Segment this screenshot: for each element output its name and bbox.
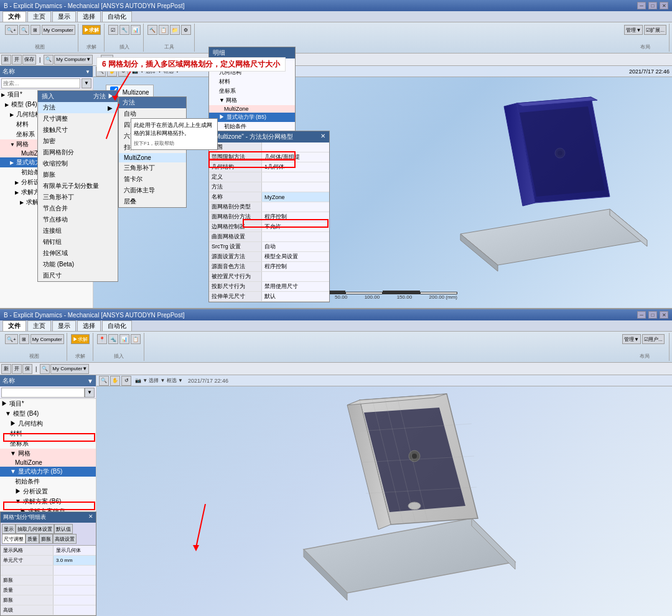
btn-user-mode[interactable]: ☑扩展...: [644, 25, 666, 35]
mz-tree-coord[interactable]: 坐标系: [209, 86, 295, 96]
toolbar-btn-open[interactable]: 开: [12, 55, 22, 65]
menu-item-inflate[interactable]: 膨胀: [38, 169, 118, 180]
b-toolbar-open[interactable]: 开: [12, 364, 22, 374]
b-tree-sol[interactable]: ▼ 求解方案 (B6): [0, 497, 96, 506]
menu-item-subdiv[interactable]: 有限单元子划分数量: [38, 180, 118, 192]
menu-item-contact[interactable]: 接触尺寸: [38, 124, 118, 136]
b-toolbar-search[interactable]: 🔍: [40, 364, 50, 374]
b-tree-coord[interactable]: 坐标系: [0, 439, 96, 449]
btn-tools-3[interactable]: 📁: [170, 25, 180, 35]
toolbar-search[interactable]: 🔍: [44, 55, 54, 65]
btab-display[interactable]: 显示: [52, 320, 76, 331]
bvp-pan[interactable]: ✋: [110, 376, 120, 386]
mesh-tab-advanced[interactable]: 高级设置: [53, 534, 77, 544]
btn-tools-2[interactable]: 📋: [159, 25, 169, 35]
btn-result[interactable]: 📊: [131, 25, 141, 35]
btn-my-computer[interactable]: My Computer: [42, 25, 75, 35]
b-toolbar-new[interactable]: 新: [1, 364, 11, 374]
bottom-maximize[interactable]: □: [648, 311, 657, 319]
b-tree-mat[interactable]: 材料: [0, 429, 96, 439]
bvp-rotate[interactable]: ↺: [121, 376, 131, 386]
b-tree-mesh[interactable]: ▼ 网格: [0, 449, 96, 459]
mz-tree-mz[interactable]: MultiZone: [209, 105, 295, 113]
btn-zoom-in[interactable]: 🔍+: [5, 25, 18, 35]
tab-display-top[interactable]: 显示: [52, 11, 76, 22]
btn-fit[interactable]: ⊞: [30, 25, 40, 35]
menu-item-method[interactable]: 方法▶: [38, 102, 118, 113]
b-toolbar-comp[interactable]: My Computer▼: [50, 364, 89, 374]
b-btn-user[interactable]: ☑用户...: [642, 334, 665, 344]
toolbar-btn-save[interactable]: 保存: [22, 55, 36, 65]
b-btn-fit[interactable]: ⊞: [19, 334, 29, 344]
b-btn-zoom[interactable]: 🔍+: [5, 334, 18, 344]
btn-admin[interactable]: 管理▼: [624, 25, 643, 35]
btn-zoom-out[interactable]: 🔍: [19, 25, 29, 35]
btn-solve[interactable]: ▶求解: [82, 25, 101, 35]
b-tree-geo[interactable]: ▶ 几何结构: [0, 419, 96, 429]
b-btn-insert3[interactable]: 📊: [119, 334, 129, 344]
menu-item-size[interactable]: 尺寸调整: [38, 113, 118, 124]
menu-item-node-move[interactable]: 节点移动: [38, 214, 118, 225]
tab-file-top[interactable]: 文件: [2, 11, 26, 22]
menu-item-face[interactable]: 面网格剖分: [38, 147, 118, 158]
mesh-tab-display[interactable]: 显示: [2, 524, 16, 534]
b-btn-insert4[interactable]: 📋: [131, 334, 141, 344]
menu-item-node-merge[interactable]: 节点合并: [38, 203, 118, 214]
tab-home-top[interactable]: 主页: [27, 11, 51, 22]
menu-item-conn-group[interactable]: 连接组: [38, 225, 118, 236]
btn-probe[interactable]: 🔧: [119, 25, 129, 35]
b-tree-explicit[interactable]: ▼ 显式动力学 (B5): [0, 467, 96, 477]
menu-item-pin[interactable]: 销钉组: [38, 236, 118, 248]
menu-item-patch[interactable]: 三角形补丁: [38, 192, 118, 203]
maximize-btn[interactable]: □: [648, 2, 657, 9]
b-search-btn[interactable]: ▼: [85, 388, 95, 398]
b-btn-admin[interactable]: 管理▼: [622, 334, 641, 344]
btn-tools-1[interactable]: 🔨: [147, 25, 157, 35]
btab-home[interactable]: 主页: [27, 320, 51, 331]
btab-auto[interactable]: 自动化: [102, 320, 132, 331]
bottom-minimize[interactable]: ─: [637, 311, 646, 319]
mz-tree-explicit[interactable]: ▶ 显式动力学 (B5): [209, 113, 295, 122]
search-btn-top[interactable]: ▼: [82, 78, 91, 88]
close-btn[interactable]: ✕: [660, 2, 668, 9]
b-btn-insert2[interactable]: 🔩: [108, 334, 118, 344]
menu-item-function[interactable]: 功能 (Beta): [38, 259, 118, 270]
method-cartesian[interactable]: 笛卡尔: [119, 174, 186, 185]
mz-tree-mesh[interactable]: ▼ 网格: [209, 96, 295, 105]
b-tree-model[interactable]: ▼ 模型 (B4): [0, 409, 96, 419]
method-tri-patch[interactable]: 三角形补丁: [119, 162, 186, 174]
b-sidebar-collapse[interactable]: ▼: [87, 378, 93, 385]
b-tree-project[interactable]: ▶ 项目*: [0, 399, 96, 409]
bottom-close[interactable]: ✕: [660, 311, 668, 319]
mesh-tab-inflate[interactable]: 膨胀: [39, 534, 53, 544]
mesh-tab-quality[interactable]: 质量: [26, 534, 39, 544]
toolbar-btn-new[interactable]: 新: [1, 55, 11, 65]
menu-item-face-size[interactable]: 面尺寸: [38, 270, 118, 281]
btn-insert-tool[interactable]: ☑: [108, 25, 118, 35]
b-tree-mz[interactable]: MultiZone: [0, 459, 96, 467]
sidebar-collapse[interactable]: ▼: [85, 69, 90, 75]
method-hex-dominant[interactable]: 六面体主导: [119, 185, 186, 196]
mesh-tab-default[interactable]: 默认值: [54, 524, 73, 534]
menu-item-extrude[interactable]: 拉伸区域: [38, 248, 118, 259]
b-tree-analysis[interactable]: ▶ 分析设置: [0, 487, 96, 497]
btab-file[interactable]: 文件: [2, 320, 26, 331]
mz-tree-initial[interactable]: 初始条件: [209, 122, 295, 131]
b-btn-solve[interactable]: ▶求解: [71, 334, 90, 344]
b-toolbar-save[interactable]: 保: [22, 364, 32, 374]
method-multizone[interactable]: MultiZone: [119, 153, 186, 162]
btab-select[interactable]: 选择: [77, 320, 101, 331]
bottom-search-input[interactable]: [1, 388, 85, 398]
b-tree-initial[interactable]: 初始条件: [0, 477, 96, 487]
mesh-tab-extract[interactable]: 抽取几何体设置: [16, 524, 54, 534]
method-stacked[interactable]: 层叠: [119, 196, 186, 207]
tab-select-top[interactable]: 选择: [77, 11, 101, 22]
toolbar-my-comp[interactable]: My Computer▼: [54, 55, 93, 65]
bvp-zoom[interactable]: 🔍: [99, 376, 109, 386]
tab-auto-top[interactable]: 自动化: [102, 11, 132, 22]
b-btn-insert1[interactable]: 📍: [97, 334, 107, 344]
minimize-btn[interactable]: ─: [637, 2, 646, 9]
menu-item-shrink[interactable]: 收缩控制: [38, 158, 118, 169]
b-btn-my-computer[interactable]: My Computer: [30, 334, 64, 344]
mz-tree-mat[interactable]: 材料: [209, 77, 295, 86]
